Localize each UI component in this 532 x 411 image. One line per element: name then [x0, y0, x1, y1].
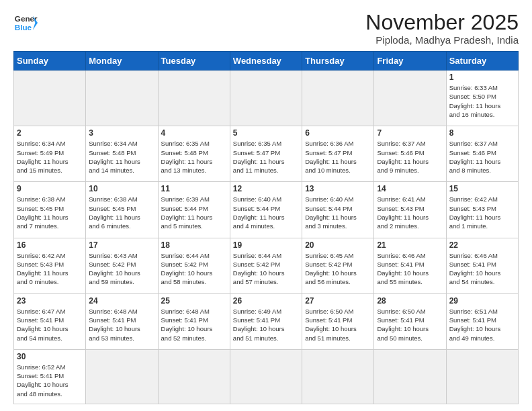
day-info: Sunrise: 6:43 AM Sunset: 5:42 PM Dayligh… — [89, 251, 154, 287]
day-number: 28 — [377, 296, 443, 306]
weekday-sunday: Sunday — [14, 52, 86, 71]
day-info: Sunrise: 6:37 AM Sunset: 5:46 PM Dayligh… — [377, 139, 443, 175]
weekday-header-row: SundayMondayTuesdayWednesdayThursdayFrid… — [14, 52, 519, 71]
logo: General Blue — [13, 11, 38, 35]
calendar-cell: 1Sunrise: 6:33 AM Sunset: 5:50 PM Daylig… — [446, 71, 518, 126]
calendar-cell: 11Sunrise: 6:39 AM Sunset: 5:44 PM Dayli… — [158, 182, 230, 238]
day-info: Sunrise: 6:34 AM Sunset: 5:48 PM Dayligh… — [89, 139, 154, 175]
day-number: 27 — [305, 296, 371, 306]
calendar-cell: 28Sunrise: 6:50 AM Sunset: 5:41 PM Dayli… — [374, 293, 446, 349]
calendar-cell: 3Sunrise: 6:34 AM Sunset: 5:48 PM Daylig… — [86, 126, 158, 182]
day-number: 7 — [377, 128, 443, 138]
page: General Blue November 2025 Piploda, Madh… — [0, 0, 532, 411]
day-number: 6 — [305, 128, 371, 138]
day-number: 30 — [17, 352, 83, 361]
calendar-cell: 23Sunrise: 6:47 AM Sunset: 5:41 PM Dayli… — [14, 293, 86, 349]
day-number: 13 — [305, 184, 371, 193]
day-number: 19 — [233, 240, 299, 250]
day-info: Sunrise: 6:38 AM Sunset: 5:45 PM Dayligh… — [17, 195, 83, 230]
calendar-cell: 29Sunrise: 6:51 AM Sunset: 5:41 PM Dayli… — [446, 293, 518, 349]
day-info: Sunrise: 6:42 AM Sunset: 5:43 PM Dayligh… — [449, 195, 515, 230]
location: Piploda, Madhya Pradesh, India — [365, 34, 519, 46]
day-number: 22 — [449, 240, 515, 250]
calendar-cell: 10Sunrise: 6:38 AM Sunset: 5:45 PM Dayli… — [86, 182, 158, 238]
calendar-cell: 16Sunrise: 6:42 AM Sunset: 5:43 PM Dayli… — [14, 238, 86, 293]
weekday-friday: Friday — [374, 52, 446, 71]
calendar-cell — [302, 349, 374, 404]
day-info: Sunrise: 6:35 AM Sunset: 5:48 PM Dayligh… — [161, 139, 227, 175]
calendar-cell: 4Sunrise: 6:35 AM Sunset: 5:48 PM Daylig… — [158, 126, 230, 182]
day-info: Sunrise: 6:51 AM Sunset: 5:41 PM Dayligh… — [449, 307, 515, 342]
day-number: 11 — [161, 184, 227, 193]
month-title: November 2025 — [365, 11, 519, 34]
day-info: Sunrise: 6:34 AM Sunset: 5:49 PM Dayligh… — [17, 139, 83, 175]
calendar-cell: 13Sunrise: 6:40 AM Sunset: 5:44 PM Dayli… — [302, 182, 374, 238]
calendar-cell: 14Sunrise: 6:41 AM Sunset: 5:43 PM Dayli… — [374, 182, 446, 238]
calendar-cell: 7Sunrise: 6:37 AM Sunset: 5:46 PM Daylig… — [374, 126, 446, 182]
calendar-cell: 8Sunrise: 6:37 AM Sunset: 5:46 PM Daylig… — [446, 126, 518, 182]
calendar-cell: 19Sunrise: 6:44 AM Sunset: 5:42 PM Dayli… — [230, 238, 302, 293]
day-info: Sunrise: 6:36 AM Sunset: 5:47 PM Dayligh… — [305, 139, 371, 175]
day-number: 10 — [89, 184, 154, 193]
week-row-3: 16Sunrise: 6:42 AM Sunset: 5:43 PM Dayli… — [14, 238, 519, 293]
calendar-cell — [230, 349, 302, 404]
calendar-cell: 26Sunrise: 6:49 AM Sunset: 5:41 PM Dayli… — [230, 293, 302, 349]
day-number: 9 — [17, 184, 83, 193]
day-info: Sunrise: 6:44 AM Sunset: 5:42 PM Dayligh… — [161, 251, 227, 287]
week-row-1: 2Sunrise: 6:34 AM Sunset: 5:49 PM Daylig… — [14, 126, 519, 182]
calendar-cell: 12Sunrise: 6:40 AM Sunset: 5:44 PM Dayli… — [230, 182, 302, 238]
day-info: Sunrise: 6:49 AM Sunset: 5:41 PM Dayligh… — [233, 307, 299, 342]
day-info: Sunrise: 6:46 AM Sunset: 5:41 PM Dayligh… — [449, 251, 515, 287]
day-info: Sunrise: 6:42 AM Sunset: 5:43 PM Dayligh… — [17, 251, 83, 287]
calendar: SundayMondayTuesdayWednesdayThursdayFrid… — [13, 51, 519, 404]
calendar-cell: 30Sunrise: 6:52 AM Sunset: 5:41 PM Dayli… — [14, 349, 86, 404]
calendar-cell: 20Sunrise: 6:45 AM Sunset: 5:42 PM Dayli… — [302, 238, 374, 293]
calendar-cell: 2Sunrise: 6:34 AM Sunset: 5:49 PM Daylig… — [14, 126, 86, 182]
calendar-cell — [230, 71, 302, 126]
day-info: Sunrise: 6:48 AM Sunset: 5:41 PM Dayligh… — [161, 307, 227, 342]
day-number: 20 — [305, 240, 371, 250]
day-number: 18 — [161, 240, 227, 250]
day-number: 16 — [17, 240, 83, 250]
calendar-cell — [446, 349, 518, 404]
calendar-cell: 5Sunrise: 6:35 AM Sunset: 5:47 PM Daylig… — [230, 126, 302, 182]
week-row-2: 9Sunrise: 6:38 AM Sunset: 5:45 PM Daylig… — [14, 182, 519, 238]
day-info: Sunrise: 6:50 AM Sunset: 5:41 PM Dayligh… — [377, 307, 443, 342]
calendar-cell — [374, 71, 446, 126]
day-number: 15 — [449, 184, 515, 193]
day-info: Sunrise: 6:52 AM Sunset: 5:41 PM Dayligh… — [17, 363, 83, 398]
calendar-cell — [158, 71, 230, 126]
day-info: Sunrise: 6:37 AM Sunset: 5:46 PM Dayligh… — [449, 139, 515, 175]
title-block: November 2025 Piploda, Madhya Pradesh, I… — [365, 11, 519, 46]
day-info: Sunrise: 6:41 AM Sunset: 5:43 PM Dayligh… — [377, 195, 443, 230]
weekday-tuesday: Tuesday — [158, 52, 230, 71]
calendar-cell — [302, 71, 374, 126]
day-info: Sunrise: 6:50 AM Sunset: 5:41 PM Dayligh… — [305, 307, 371, 342]
day-info: Sunrise: 6:40 AM Sunset: 5:44 PM Dayligh… — [233, 195, 299, 230]
calendar-cell — [86, 349, 158, 404]
weekday-saturday: Saturday — [446, 52, 518, 71]
calendar-cell — [86, 71, 158, 126]
svg-text:Blue: Blue — [15, 23, 32, 32]
day-number: 1 — [449, 73, 515, 82]
header: General Blue November 2025 Piploda, Madh… — [13, 11, 519, 46]
day-number: 23 — [17, 296, 83, 306]
weekday-thursday: Thursday — [302, 52, 374, 71]
day-info: Sunrise: 6:39 AM Sunset: 5:44 PM Dayligh… — [161, 195, 227, 230]
calendar-cell: 24Sunrise: 6:48 AM Sunset: 5:41 PM Dayli… — [86, 293, 158, 349]
day-number: 3 — [89, 128, 154, 138]
logo-icon: General Blue — [13, 11, 38, 35]
week-row-5: 30Sunrise: 6:52 AM Sunset: 5:41 PM Dayli… — [14, 349, 519, 404]
weekday-wednesday: Wednesday — [230, 52, 302, 71]
day-number: 14 — [377, 184, 443, 193]
day-number: 26 — [233, 296, 299, 306]
calendar-cell — [158, 349, 230, 404]
day-info: Sunrise: 6:46 AM Sunset: 5:41 PM Dayligh… — [377, 251, 443, 287]
day-info: Sunrise: 6:33 AM Sunset: 5:50 PM Dayligh… — [449, 83, 515, 119]
day-number: 21 — [377, 240, 443, 250]
day-number: 4 — [161, 128, 227, 138]
calendar-cell: 6Sunrise: 6:36 AM Sunset: 5:47 PM Daylig… — [302, 126, 374, 182]
calendar-cell: 25Sunrise: 6:48 AM Sunset: 5:41 PM Dayli… — [158, 293, 230, 349]
day-number: 12 — [233, 184, 299, 193]
day-info: Sunrise: 6:48 AM Sunset: 5:41 PM Dayligh… — [89, 307, 154, 342]
